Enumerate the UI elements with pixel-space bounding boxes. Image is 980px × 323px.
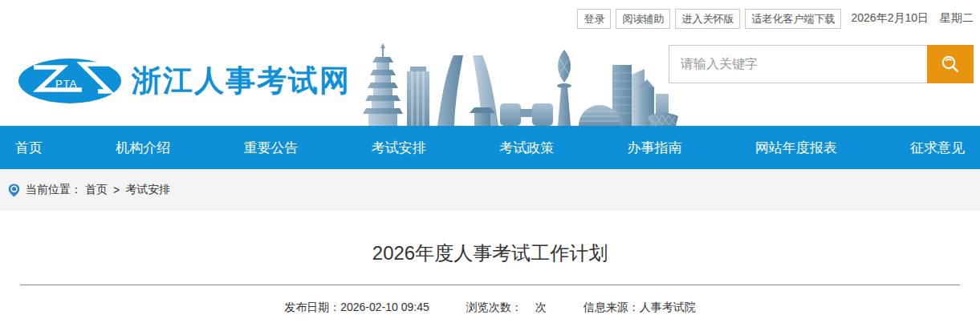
view-count-label: 浏览次数： bbox=[466, 301, 523, 313]
city-skyline-illustration bbox=[357, 42, 678, 126]
article-content: 2026年度人事考试工作计划 发布日期：2026-02-10 09:45 浏览次… bbox=[0, 240, 980, 315]
publish-date-group: 发布日期：2026-02-10 09:45 bbox=[284, 301, 429, 315]
search-button[interactable] bbox=[927, 45, 974, 83]
nav-item-exam-policy[interactable]: 考试政策 bbox=[494, 135, 559, 160]
zpta-logo-icon: PTA bbox=[18, 58, 122, 104]
nav-item-exam-schedule[interactable]: 考试安排 bbox=[367, 135, 431, 160]
site-search bbox=[669, 45, 974, 83]
article-meta: 发布日期：2026-02-10 09:45 浏览次数：次 信息来源：人事考试院 bbox=[0, 301, 980, 315]
logo-text: PTA bbox=[55, 78, 77, 90]
current-date-text: 2026年2月10日 星期二 bbox=[851, 11, 974, 26]
nav-item-feedback[interactable]: 征求意见 bbox=[905, 135, 970, 160]
info-source-group: 信息来源：人事考试院 bbox=[584, 301, 696, 315]
nav-item-service-guide[interactable]: 办事指南 bbox=[622, 135, 686, 160]
elderly-client-download-link[interactable]: 适老化客户端下载 bbox=[745, 9, 841, 29]
title-divider bbox=[20, 285, 960, 285]
main-nav: 首页 机构介绍 重要公告 考试安排 考试政策 办事指南 网站年度报表 征求意见 bbox=[0, 126, 980, 169]
info-source-value: 人事考试院 bbox=[640, 301, 696, 313]
view-count-value: 次 bbox=[535, 301, 547, 313]
breadcrumb-label: 当前位置： bbox=[26, 183, 82, 197]
reading-aid-link[interactable]: 阅读辅助 bbox=[616, 9, 670, 29]
article-title: 2026年度人事考试工作计划 bbox=[0, 240, 980, 266]
site-header: PTA 浙江人事考试网 bbox=[0, 37, 980, 126]
magnifier-icon bbox=[940, 54, 961, 75]
site-logo[interactable]: PTA 浙江人事考试网 bbox=[18, 36, 351, 125]
nav-item-annual-report[interactable]: 网站年度报表 bbox=[750, 135, 842, 160]
info-source-label: 信息来源： bbox=[584, 301, 640, 313]
nav-item-about[interactable]: 机构介绍 bbox=[111, 135, 175, 160]
login-link[interactable]: 登录 bbox=[577, 9, 611, 29]
breadcrumb: 当前位置： 首页 > 考试安排 bbox=[0, 169, 980, 211]
care-version-link[interactable]: 进入关怀版 bbox=[675, 9, 740, 29]
publish-date-value: 2026-02-10 09:45 bbox=[340, 301, 429, 313]
location-pin-icon bbox=[8, 184, 20, 197]
search-input[interactable] bbox=[669, 45, 927, 83]
breadcrumb-separator: > bbox=[113, 184, 120, 196]
nav-item-notices[interactable]: 重要公告 bbox=[239, 135, 303, 160]
view-count-group: 浏览次数：次 bbox=[466, 301, 547, 315]
nav-item-home[interactable]: 首页 bbox=[10, 135, 47, 160]
breadcrumb-home-link[interactable]: 首页 bbox=[85, 183, 108, 197]
publish-date-label: 发布日期： bbox=[284, 301, 340, 313]
breadcrumb-current-link[interactable]: 考试安排 bbox=[125, 183, 170, 197]
top-utility-bar: 登录 阅读辅助 进入关怀版 适老化客户端下载 2026年2月10日 星期二 bbox=[0, 0, 980, 37]
site-name: 浙江人事考试网 bbox=[132, 61, 351, 101]
